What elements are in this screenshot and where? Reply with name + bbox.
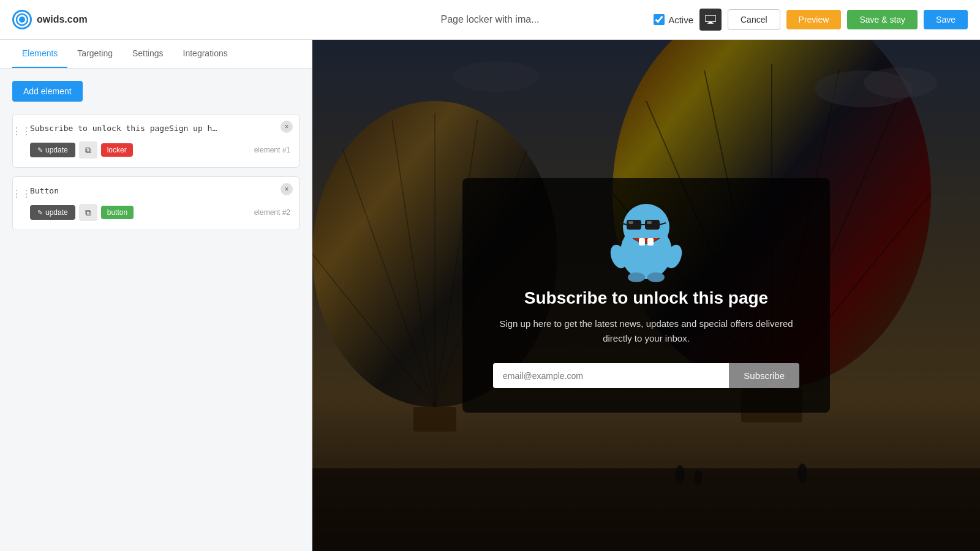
copy-icon: ⧉ [85,145,91,156]
svg-point-1 [20,17,24,22]
svg-rect-2 [705,15,716,21]
svg-rect-35 [645,220,660,230]
logo-area: owids.com [12,10,88,29]
pencil-icon: ✎ [37,146,43,154]
sidebar-content: Add element ⋮⋮ Subscribe to unlock this … [0,69,312,551]
tab-elements[interactable]: Elements [12,40,67,68]
subscribe-button[interactable]: Subscribe [729,363,799,388]
svg-rect-40 [647,221,652,224]
sidebar-tabs: Elements Targeting Settings Integrations [0,40,312,69]
element-1-type-badge: locker [101,143,133,157]
modal-subtitle: Sign up here to get the latest news, upd… [493,317,799,346]
logo-icon [12,10,32,29]
main-body: Elements Targeting Settings Integrations… [0,40,980,551]
active-label: Active [668,15,693,25]
element-2-type-badge: button [101,206,134,219]
element-card-2: ⋮⋮ Button ✎ update ⧉ button element #2 [12,176,300,230]
card-body-2: Button ✎ update ⧉ button element #2 [30,186,290,221]
subscribe-modal: Subscribe to unlock this page Sign up he… [462,178,830,413]
element-card-1: ⋮⋮ Subscribe to unlock this pageSign up … [12,114,300,168]
app-header: owids.com Page locker with ima... Active… [0,0,980,40]
element-2-number: element #2 [254,208,290,217]
header-actions: Active Cancel Preview Save & stay Save [654,9,968,31]
copy-icon-2: ⧉ [85,208,91,218]
svg-rect-42 [647,238,654,246]
svg-point-46 [647,272,665,282]
tab-targeting[interactable]: Targeting [67,40,123,68]
cancel-button[interactable]: Cancel [728,9,780,30]
drag-handle-2[interactable]: ⋮⋮ [13,186,30,200]
svg-point-0 [17,14,28,25]
element-1-title: Subscribe to unlock this pageSign up h… [30,123,290,134]
add-element-button[interactable]: Add element [12,81,83,102]
drag-handle-1[interactable]: ⋮⋮ [13,123,30,137]
preview-area: Subscribe to unlock this page Sign up he… [312,40,980,551]
mascot-image [609,203,683,276]
save-stay-button[interactable]: Save & stay [847,10,918,29]
active-toggle-wrapper: Active [654,14,693,25]
page-title: Page locker with ima... [441,14,540,25]
element-1-copy-button[interactable]: ⧉ [79,141,97,159]
svg-point-45 [628,272,645,282]
svg-rect-41 [639,238,645,246]
card-body-1: Subscribe to unlock this pageSign up h… … [30,123,290,159]
logo-text: owids.com [37,14,88,25]
active-checkbox[interactable] [654,14,665,25]
element-2-close-button[interactable]: × [281,183,293,195]
sidebar: Elements Targeting Settings Integrations… [0,40,312,551]
tab-integrations[interactable]: Integrations [173,40,238,68]
tab-settings[interactable]: Settings [123,40,173,68]
device-view-button[interactable] [699,9,722,31]
save-button[interactable]: Save [924,10,968,29]
element-2-copy-button[interactable]: ⧉ [79,204,97,221]
pencil-icon-2: ✎ [37,209,43,217]
element-1-number: element #1 [254,146,290,154]
element-2-update-button[interactable]: ✎ update [30,205,75,220]
element-1-close-button[interactable]: × [281,121,293,133]
svg-rect-39 [628,221,633,224]
email-input[interactable] [493,363,729,388]
element-1-update-button[interactable]: ✎ update [30,143,75,157]
modal-form: Subscribe [493,363,799,388]
element-2-actions: ✎ update ⧉ button element #2 [30,204,290,221]
modal-title: Subscribe to unlock this page [493,288,799,308]
preview-background: Subscribe to unlock this page Sign up he… [312,40,980,551]
modal-overlay: Subscribe to unlock this page Sign up he… [312,40,980,551]
element-2-title: Button [30,186,290,197]
svg-rect-34 [627,220,641,230]
preview-button[interactable]: Preview [786,10,842,29]
element-1-actions: ✎ update ⧉ locker element #1 [30,141,290,159]
